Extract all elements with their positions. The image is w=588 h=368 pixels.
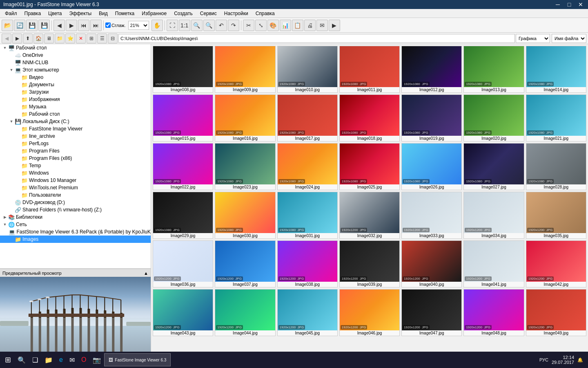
close-button[interactable]: ✕: [577, 1, 585, 8]
explorer-button[interactable]: 📁: [41, 352, 56, 367]
tree-item-users[interactable]: 📁 Пользователи: [0, 191, 151, 199]
thumb-Image023-jpg[interactable]: 1920x1080 JPG Image023.jpg: [215, 143, 275, 190]
thumb-Image019-jpg[interactable]: 1920x1080 JPG Image019.jpg: [401, 94, 462, 141]
tb-slideshow-button[interactable]: ▶: [329, 20, 340, 31]
menu-settings[interactable]: Настройки: [221, 10, 252, 17]
thumb-Image040-jpg[interactable]: 1920x1200 JPG Image040.jpg: [401, 240, 462, 287]
thumb-Image011-jpg[interactable]: 1920x1080 JPG Image011.jpg: [339, 46, 400, 93]
tree-item-this-pc[interactable]: ▼ 💻 Этот компьютер: [0, 66, 151, 74]
tb-zoom-in-button[interactable]: 🔍: [191, 20, 203, 31]
tb-resize-button[interactable]: ⤡: [255, 20, 267, 31]
thumb-Image034-jpg[interactable]: 1920x1200 JPG Image034.jpg: [463, 192, 524, 239]
tree-item-wintools[interactable]: 📁 WinTools.net Premium: [0, 184, 151, 191]
tree-item-images[interactable]: 📁 Изображения: [0, 96, 151, 103]
tree-item-images-folder[interactable]: 📁 Images: [0, 236, 151, 243]
preview-collapse-icon[interactable]: ▲: [144, 271, 148, 276]
thumb-Image046-jpg[interactable]: 1920x1200 JPG Image046.jpg: [339, 289, 400, 336]
tree-item-music[interactable]: 📁 Музыка: [0, 103, 151, 110]
tb-hand-button[interactable]: ✋: [151, 20, 163, 31]
thumb-Image015-jpg[interactable]: 1920x1080 JPG Image015.jpg: [153, 94, 213, 141]
tree-item-desktop2[interactable]: 📁 Рабочий стол: [0, 110, 151, 118]
gallery-area[interactable]: 1920x1080 JPG Image008.jpg 1920x1080 JPG…: [151, 44, 588, 358]
tree-item-temp[interactable]: 📁 Temp: [0, 162, 151, 169]
start-button[interactable]: ⊞: [2, 352, 14, 367]
expander-this-pc[interactable]: ▼: [8, 68, 15, 72]
nav-back-button[interactable]: ◀: [2, 34, 11, 43]
tree-item-windows[interactable]: 📁 Windows: [0, 169, 151, 177]
tb-save-button[interactable]: 💾: [26, 20, 38, 31]
nav-view3-button[interactable]: ⊟: [108, 34, 118, 43]
thumb-Image016-jpg[interactable]: 1920x1080 JPG Image016.jpg: [215, 94, 275, 141]
tb-batch-button[interactable]: 📋: [292, 20, 303, 31]
nav-stop-button[interactable]: ✕: [76, 34, 86, 43]
taskview-button[interactable]: ❑: [29, 352, 41, 367]
thumb-Image021-jpg[interactable]: 1920x1080 JPG Image021.jpg: [526, 94, 586, 141]
thumb-Image022-jpg[interactable]: 1920x1080 JPG Image022.jpg: [153, 143, 213, 190]
nav-up-button[interactable]: ⬆: [23, 34, 33, 43]
thumb-Image027-jpg[interactable]: 1920x1080 JPG Image027.jpg: [463, 143, 524, 190]
nav-folder-button[interactable]: 📁: [55, 34, 65, 43]
smooth-checkbox[interactable]: [105, 22, 111, 28]
thumb-Image008-jpg[interactable]: 1920x1080 JPG Image008.jpg: [153, 46, 213, 93]
tb-rotate-left-button[interactable]: ↶: [216, 20, 227, 31]
nav-home-button[interactable]: 🏠: [33, 34, 43, 43]
thumb-Image042-jpg[interactable]: 1920x1200 JPG Image042.jpg: [526, 240, 586, 287]
thumb-Image028-jpg[interactable]: 1920x1080 JPG Image028.jpg: [526, 143, 586, 190]
tree-item-program-files-x86[interactable]: 📁 Program Files (x86): [0, 155, 151, 162]
menu-colors[interactable]: Цвета: [45, 10, 65, 17]
tree-item-network[interactable]: ▼ 🌐 Сеть: [0, 221, 151, 228]
expander-local-c[interactable]: ▼: [8, 119, 15, 123]
nav-view2-button[interactable]: ☰: [97, 34, 107, 43]
thumb-Image037-jpg[interactable]: 1920x1200 JPG Image037.jpg: [215, 240, 275, 287]
thumb-Image032-jpg[interactable]: 1920x1200 JPG Image032.jpg: [339, 192, 400, 239]
tree-item-program-files[interactable]: 📁 Program Files: [0, 147, 151, 155]
tb-color-button[interactable]: 🎨: [267, 20, 279, 31]
tb-email-button[interactable]: ✉: [316, 20, 328, 31]
view-type-select[interactable]: Графика Все файлы: [516, 34, 550, 43]
thumb-Image025-jpg[interactable]: 1920x1080 JPG Image025.jpg: [339, 143, 400, 190]
tb-prev-button[interactable]: ◀: [53, 20, 65, 31]
tree-item-libraries[interactable]: ▶ 📚 Библиотеки: [0, 213, 151, 221]
thumb-Image020-jpg[interactable]: 1920x1080 JPG Image020.jpg: [463, 94, 524, 141]
tb-actual-button[interactable]: 1:1: [179, 20, 190, 31]
tb-next-button[interactable]: ▶: [66, 20, 77, 31]
tree-item-line-archive[interactable]: 📁 line_archive: [0, 132, 151, 140]
thumb-Image029-jpg[interactable]: 1920x1080 JPG Image029.jpg: [153, 192, 213, 239]
thumb-Image024-jpg[interactable]: 1920x1080 JPG Image024.jpg: [277, 143, 338, 190]
thumb-Image047-jpg[interactable]: 1920x1200 JPG Image047.jpg: [401, 289, 462, 336]
thumb-Image012-jpg[interactable]: 1920x1080 JPG Image012.jpg: [401, 46, 462, 93]
tb-crop-button[interactable]: ✂: [243, 20, 254, 31]
maximize-button[interactable]: □: [565, 1, 573, 8]
tree-item-perflogs[interactable]: 📁 PerfLogs: [0, 140, 151, 147]
tb-refresh-button[interactable]: 🔄: [14, 20, 25, 31]
tree-item-faststone-net[interactable]: 💻 FastStone Image Viewer 6.3 RePack (& P…: [0, 228, 151, 236]
sort-select[interactable]: Имя файла Дата Размер: [552, 34, 586, 43]
camera-button[interactable]: 📷: [89, 352, 104, 367]
nav-desktop-button[interactable]: 🖥: [44, 34, 54, 43]
tree-item-downloads[interactable]: 📁 Загрузки: [0, 88, 151, 96]
menu-view[interactable]: Вид: [96, 10, 111, 17]
thumb-Image026-jpg[interactable]: 1920x1080 JPG Image026.jpg: [401, 143, 462, 190]
menu-edit[interactable]: Правка: [21, 10, 45, 17]
thumb-Image041-jpg[interactable]: 1920x1200 JPG Image041.jpg: [463, 240, 524, 287]
thumb-Image044-jpg[interactable]: 1920x1200 JPG Image044.jpg: [215, 289, 275, 336]
thumb-Image035-jpg[interactable]: 1920x1200 JPG Image035.jpg: [526, 192, 586, 239]
thumb-Image045-jpg[interactable]: 1920x1200 JPG Image045.jpg: [277, 289, 338, 336]
edge-button[interactable]: e: [56, 352, 66, 367]
thumb-Image009-jpg[interactable]: 1920x1080 JPG Image009.jpg: [215, 46, 275, 93]
menu-favorites[interactable]: Избранное: [138, 10, 170, 17]
thumb-Image049-jpg[interactable]: 1920x1200 JPG Image049.jpg: [526, 289, 586, 336]
thumb-Image033-jpg[interactable]: 1920x1200 JPG Image033.jpg: [401, 192, 462, 239]
expander-libraries[interactable]: ▶: [2, 215, 8, 219]
tb-fit-button[interactable]: ⛶: [167, 20, 178, 31]
tree-item-shared[interactable]: 🔗 Shared Folders (\\ vmware-host) (Z:): [0, 206, 151, 213]
expander-network[interactable]: ▼: [2, 222, 8, 227]
nav-view1-button[interactable]: ⊞: [87, 34, 96, 43]
tree-item-dvd[interactable]: 💿 DVD-дисковод (D:): [0, 199, 151, 206]
mail-button[interactable]: ✉: [66, 352, 78, 367]
thumb-Image014-jpg[interactable]: 1920x1080 JPG Image014.jpg: [526, 46, 586, 93]
thumb-Image010-jpg[interactable]: 1920x1080 JPG Image010.jpg: [277, 46, 338, 93]
opera-button[interactable]: O: [78, 352, 89, 367]
tree-item-video[interactable]: 📁 Видео: [0, 74, 151, 81]
thumb-Image036-jpg[interactable]: 1920x1200 JPG Image036.jpg: [153, 240, 213, 287]
